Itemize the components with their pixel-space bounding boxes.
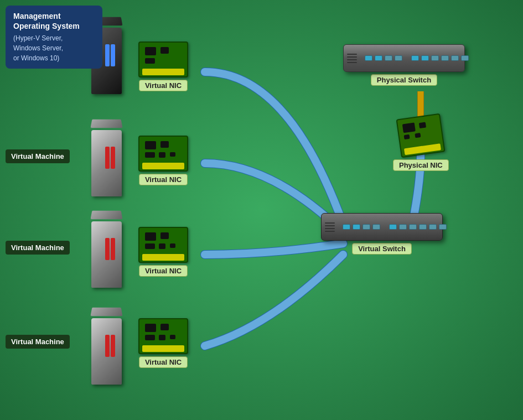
nic-chip-3: [145, 58, 155, 64]
vent-3: [347, 59, 357, 60]
switch-port: [389, 224, 397, 230]
virtual-switch-label: Virtual Switch: [352, 243, 412, 255]
nic-chip-5: [170, 152, 175, 157]
nic-chip-2: [160, 324, 169, 330]
nic-chip-4: [159, 243, 165, 249]
switch-port: [399, 224, 407, 230]
tower-body: [91, 130, 122, 196]
switch-port: [375, 55, 382, 61]
switch-port: [431, 55, 439, 61]
tower-stripe: [111, 335, 115, 357]
tower-top: [90, 211, 122, 219]
switch-port: [419, 224, 427, 230]
switch-ports-left: [338, 224, 385, 230]
physical-nic: Physical NIC: [393, 116, 449, 171]
tower-body: [91, 318, 122, 385]
vent-2: [325, 225, 335, 226]
vm1-virtual-nic-label: Virtual NIC: [139, 174, 188, 185]
vm2-server-tower: [86, 210, 125, 288]
vm2-virtual-nic: Virtual NIC: [138, 227, 188, 277]
switch-vents: [344, 54, 360, 63]
mgmt-os-title: Management Operating System: [13, 11, 95, 31]
switch-port: [395, 55, 402, 61]
nic-chip-3: [404, 134, 410, 139]
vm3-label: Virtual Machine: [6, 335, 70, 349]
switch-vents: [322, 222, 338, 232]
tower-top: [90, 308, 122, 316]
switch-port: [439, 224, 447, 230]
nic-chip-3: [145, 152, 155, 158]
vm3-virtual-nic: Virtual NIC: [138, 318, 188, 368]
switch-port: [411, 55, 419, 61]
vent-4: [325, 231, 335, 232]
virtual-switch-body: [321, 213, 443, 241]
tower-body: [91, 221, 122, 288]
nic-chip-2: [160, 47, 169, 54]
nic-chip-3: [145, 243, 155, 249]
virtual-switch-container: Virtual Switch: [321, 213, 443, 255]
nic-chip-1: [145, 232, 156, 241]
physical-nic-label: Physical NIC: [393, 159, 449, 171]
tower-top: [90, 120, 122, 128]
vm3-server-tower: [86, 307, 125, 385]
nic-board: [138, 136, 188, 172]
tower-stripe: [111, 238, 115, 260]
switch-port: [429, 224, 437, 230]
mgmt-virtual-nic-label: Virtual NIC: [139, 80, 188, 91]
physical-nic-board: [396, 113, 446, 158]
mgmt-os-subtitle: (Hyper-V Server,Windows Server,or Window…: [13, 33, 95, 63]
physical-switch-body: [343, 44, 465, 72]
switch-port: [343, 224, 350, 230]
physical-switch-label: Physical Switch: [371, 74, 437, 86]
switch-port: [385, 55, 392, 61]
vm2-label: Virtual Machine: [6, 241, 70, 255]
nic-chip-2: [419, 122, 426, 129]
vm1-server-tower: [86, 119, 125, 196]
nic-chip-1: [145, 141, 156, 149]
physical-switch-container: Physical Switch: [343, 44, 465, 86]
switch-port: [365, 55, 372, 61]
nic-board: [138, 318, 188, 354]
tower-stripe2: [105, 147, 110, 169]
nic-chip-2: [160, 141, 169, 148]
vent-1: [347, 54, 357, 55]
vent-2: [347, 56, 357, 58]
mgmt-virtual-nic: Virtual NIC: [138, 42, 188, 91]
switch-ports-right: [407, 55, 473, 61]
nic-chip-4: [159, 152, 165, 158]
switch-port: [363, 224, 370, 230]
mgmt-os-label: Management Operating System (Hyper-V Ser…: [6, 6, 102, 69]
nic-chip-5: [170, 243, 175, 248]
vm1-label: Virtual Machine: [6, 149, 70, 163]
nic-chip-1: [145, 324, 156, 332]
switch-port: [372, 224, 380, 230]
vm2-virtual-nic-label: Virtual NIC: [139, 265, 188, 277]
nic-board: [138, 42, 188, 77]
tower-stripe2: [105, 238, 110, 260]
vm1-virtual-nic: Virtual NIC: [138, 136, 188, 185]
nic-chip-4: [415, 133, 421, 138]
nic-board: [138, 227, 188, 263]
switch-port: [353, 224, 360, 230]
switch-port: [409, 224, 417, 230]
tower-stripe: [111, 44, 115, 66]
switch-port: [451, 55, 459, 61]
switch-port: [421, 55, 429, 61]
switch-ports-left: [360, 55, 407, 61]
nic-chip-5: [170, 335, 175, 339]
nic-chip-1: [402, 122, 416, 133]
tower-stripe2: [105, 335, 110, 357]
nic-chip-4: [159, 335, 165, 340]
nic-chip-3: [145, 335, 155, 340]
switch-port: [441, 55, 449, 61]
vent-3: [325, 228, 335, 229]
vent-4: [347, 62, 357, 63]
switch-ports-right: [385, 224, 451, 230]
tower-stripe: [111, 147, 115, 169]
vm3-virtual-nic-label: Virtual NIC: [139, 356, 188, 368]
tower-stripe2: [105, 44, 110, 66]
nic-chip-1: [145, 47, 156, 55]
switch-port: [461, 55, 469, 61]
vent-1: [325, 222, 335, 224]
nic-chip-2: [160, 232, 169, 239]
